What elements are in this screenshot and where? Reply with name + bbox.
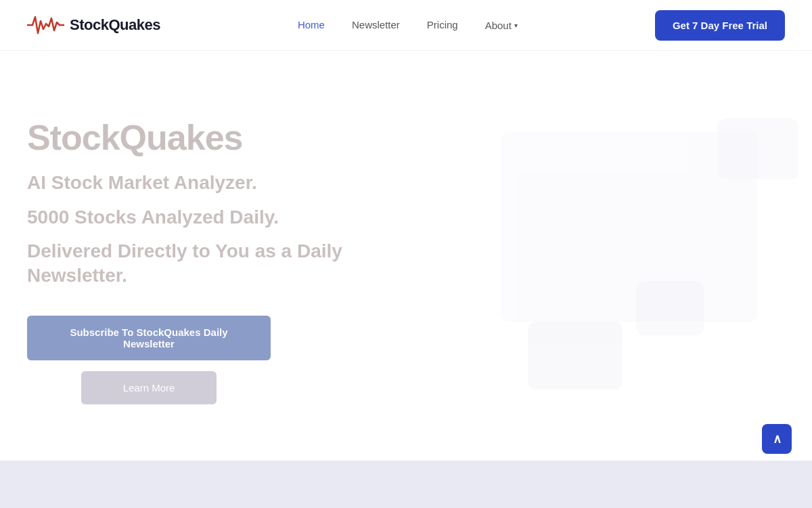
nav-link-home[interactable]: Home — [298, 19, 325, 30]
footer-bar — [0, 461, 812, 508]
nav-link-about[interactable]: About ▾ — [485, 20, 518, 31]
visual-card-sm3 — [717, 119, 798, 179]
chevron-down-icon: ▾ — [514, 22, 518, 29]
hero-subtitle-3: Delivered Directly to You as a Daily New… — [27, 239, 352, 289]
nav-item-about[interactable]: About ▾ — [485, 20, 518, 31]
visual-card-sm1 — [528, 322, 623, 389]
hero-title: StockQuakes — [27, 119, 352, 157]
nav-item-home[interactable]: Home — [298, 19, 325, 31]
nav-item-pricing[interactable]: Pricing — [427, 19, 458, 31]
hero-content: StockQuakes AI Stock Market Analyzer. 50… — [27, 105, 352, 404]
trial-button[interactable]: Get 7 Day Free Trial — [655, 10, 785, 41]
hero-visual — [392, 91, 812, 444]
hero-subtitle-2: 5000 Stocks Analyzed Daily. — [27, 205, 352, 230]
nav-link-newsletter[interactable]: Newsletter — [352, 19, 400, 30]
hero-section: StockQuakes AI Stock Market Analyzer. 50… — [0, 51, 812, 461]
logo-text: StockQuakes — [70, 16, 160, 34]
nav-item-newsletter[interactable]: Newsletter — [352, 19, 400, 31]
learn-more-button[interactable]: Learn More — [81, 371, 217, 404]
logo[interactable]: StockQuakes — [27, 12, 160, 39]
nav-links: Home Newsletter Pricing About ▾ — [298, 19, 518, 31]
visual-card-sm2 — [636, 281, 704, 335]
hero-subtitle-1: AI Stock Market Analyzer. — [27, 171, 352, 195]
nav-link-pricing[interactable]: Pricing — [427, 19, 458, 30]
navbar: StockQuakes Home Newsletter Pricing Abou… — [0, 0, 812, 51]
logo-icon — [27, 12, 64, 39]
subscribe-button[interactable]: Subscribe To StockQuakes Daily Newslette… — [27, 316, 271, 360]
hero-buttons: Subscribe To StockQuakes Daily Newslette… — [27, 316, 352, 404]
